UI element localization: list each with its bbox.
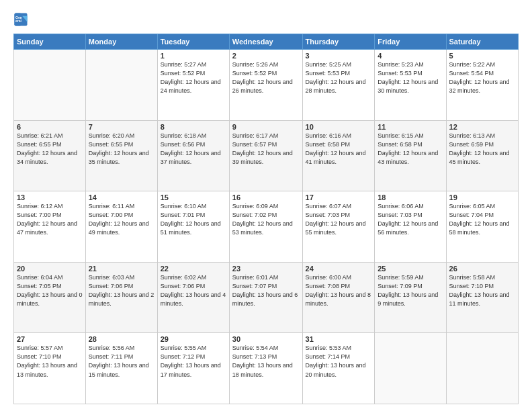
day-info: Sunrise: 5:58 AM Sunset: 7:10 PM Dayligh… — [449, 273, 515, 308]
day-cell — [375, 333, 446, 404]
header-day-thursday: Thursday — [302, 34, 375, 50]
day-number: 25 — [378, 265, 443, 273]
week-row-4: 20Sunrise: 6:04 AM Sunset: 7:05 PM Dayli… — [14, 262, 519, 333]
day-cell — [85, 50, 157, 121]
day-cell — [446, 333, 518, 404]
day-cell: 30Sunrise: 5:54 AM Sunset: 7:13 PM Dayli… — [229, 333, 302, 404]
day-cell: 29Sunrise: 5:55 AM Sunset: 7:12 PM Dayli… — [157, 333, 229, 404]
day-info: Sunrise: 6:16 AM Sunset: 6:58 PM Dayligh… — [306, 132, 372, 167]
header-day-friday: Friday — [375, 34, 446, 50]
day-info: Sunrise: 5:22 AM Sunset: 5:54 PM Dayligh… — [449, 60, 515, 95]
day-info: Sunrise: 5:26 AM Sunset: 5:52 PM Dayligh… — [232, 60, 300, 95]
day-number: 29 — [161, 335, 226, 343]
header-row: SundayMondayTuesdayWednesdayThursdayFrid… — [14, 34, 519, 50]
day-number: 4 — [378, 52, 443, 60]
header-day-sunday: Sunday — [14, 34, 86, 50]
calendar-table: SundayMondayTuesdayWednesdayThursdayFrid… — [13, 34, 519, 404]
day-info: Sunrise: 6:21 AM Sunset: 6:55 PM Dayligh… — [17, 132, 83, 167]
day-number: 22 — [161, 265, 226, 273]
day-info: Sunrise: 6:13 AM Sunset: 6:59 PM Dayligh… — [449, 132, 515, 167]
day-info: Sunrise: 6:07 AM Sunset: 7:03 PM Dayligh… — [306, 202, 372, 237]
day-number: 24 — [306, 265, 372, 273]
day-cell: 24Sunrise: 6:00 AM Sunset: 7:08 PM Dayli… — [302, 262, 375, 333]
day-cell: 14Sunrise: 6:11 AM Sunset: 7:00 PM Dayli… — [85, 191, 157, 263]
day-cell: 2Sunrise: 5:26 AM Sunset: 5:52 PM Daylig… — [229, 50, 302, 121]
day-cell: 10Sunrise: 6:16 AM Sunset: 6:58 PM Dayli… — [302, 120, 375, 191]
svg-text:eral: eral — [15, 19, 22, 23]
day-cell: 20Sunrise: 6:04 AM Sunset: 7:05 PM Dayli… — [14, 262, 86, 333]
day-cell: 18Sunrise: 6:06 AM Sunset: 7:03 PM Dayli… — [375, 191, 446, 263]
day-number: 15 — [161, 193, 226, 201]
header-day-saturday: Saturday — [446, 34, 518, 50]
day-cell: 17Sunrise: 6:07 AM Sunset: 7:03 PM Dayli… — [302, 191, 375, 263]
day-cell: 7Sunrise: 6:20 AM Sunset: 6:55 PM Daylig… — [85, 120, 157, 191]
day-cell: 13Sunrise: 6:12 AM Sunset: 7:00 PM Dayli… — [14, 191, 86, 263]
day-cell: 1Sunrise: 5:27 AM Sunset: 5:52 PM Daylig… — [157, 50, 229, 121]
day-info: Sunrise: 6:11 AM Sunset: 7:00 PM Dayligh… — [89, 202, 154, 237]
day-number: 13 — [17, 193, 83, 201]
day-number: 7 — [89, 123, 154, 131]
day-info: Sunrise: 5:56 AM Sunset: 7:11 PM Dayligh… — [89, 344, 154, 379]
day-number: 20 — [17, 265, 83, 273]
day-number: 16 — [232, 193, 300, 201]
logo: Gen eral — [13, 12, 31, 27]
day-number: 30 — [232, 335, 300, 343]
day-info: Sunrise: 5:53 AM Sunset: 7:14 PM Dayligh… — [306, 344, 372, 379]
day-cell: 3Sunrise: 5:25 AM Sunset: 5:53 PM Daylig… — [302, 50, 375, 121]
day-cell: 12Sunrise: 6:13 AM Sunset: 6:59 PM Dayli… — [446, 120, 518, 191]
calendar-header: SundayMondayTuesdayWednesdayThursdayFrid… — [14, 34, 519, 50]
day-number: 23 — [232, 265, 300, 273]
week-row-3: 13Sunrise: 6:12 AM Sunset: 7:00 PM Dayli… — [14, 191, 519, 263]
day-info: Sunrise: 5:57 AM Sunset: 7:10 PM Dayligh… — [17, 344, 83, 379]
day-info: Sunrise: 6:15 AM Sunset: 6:58 PM Dayligh… — [378, 132, 443, 167]
day-number: 6 — [17, 123, 83, 131]
header-day-wednesday: Wednesday — [229, 34, 302, 50]
header-day-monday: Monday — [85, 34, 157, 50]
day-number: 26 — [449, 265, 515, 273]
week-row-1: 1Sunrise: 5:27 AM Sunset: 5:52 PM Daylig… — [14, 50, 519, 121]
day-cell: 21Sunrise: 6:03 AM Sunset: 7:06 PM Dayli… — [85, 262, 157, 333]
day-number: 17 — [306, 193, 372, 201]
day-cell: 8Sunrise: 6:18 AM Sunset: 6:56 PM Daylig… — [157, 120, 229, 191]
day-number: 10 — [306, 123, 372, 131]
day-cell: 23Sunrise: 6:01 AM Sunset: 7:07 PM Dayli… — [229, 262, 302, 333]
day-number: 28 — [89, 335, 154, 343]
calendar-body: 1Sunrise: 5:27 AM Sunset: 5:52 PM Daylig… — [14, 50, 519, 404]
day-number: 8 — [161, 123, 226, 131]
day-info: Sunrise: 6:12 AM Sunset: 7:00 PM Dayligh… — [17, 202, 83, 237]
day-cell: 26Sunrise: 5:58 AM Sunset: 7:10 PM Dayli… — [446, 262, 518, 333]
day-number: 27 — [17, 335, 83, 343]
day-info: Sunrise: 5:54 AM Sunset: 7:13 PM Dayligh… — [232, 344, 300, 379]
day-info: Sunrise: 5:55 AM Sunset: 7:12 PM Dayligh… — [161, 344, 226, 379]
day-info: Sunrise: 6:04 AM Sunset: 7:05 PM Dayligh… — [17, 273, 83, 308]
day-cell — [14, 50, 86, 121]
day-info: Sunrise: 6:00 AM Sunset: 7:08 PM Dayligh… — [306, 273, 372, 308]
day-cell: 5Sunrise: 5:22 AM Sunset: 5:54 PM Daylig… — [446, 50, 518, 121]
svg-text:Gen: Gen — [15, 15, 22, 19]
day-number: 1 — [161, 52, 226, 60]
day-cell: 15Sunrise: 6:10 AM Sunset: 7:01 PM Dayli… — [157, 191, 229, 263]
day-info: Sunrise: 6:05 AM Sunset: 7:04 PM Dayligh… — [449, 202, 515, 237]
day-number: 19 — [449, 193, 515, 201]
day-info: Sunrise: 6:03 AM Sunset: 7:06 PM Dayligh… — [89, 273, 154, 308]
day-cell: 25Sunrise: 5:59 AM Sunset: 7:09 PM Dayli… — [375, 262, 446, 333]
day-info: Sunrise: 6:17 AM Sunset: 6:57 PM Dayligh… — [232, 132, 300, 167]
day-number: 11 — [378, 123, 443, 131]
day-info: Sunrise: 5:23 AM Sunset: 5:53 PM Dayligh… — [378, 60, 443, 95]
day-cell: 28Sunrise: 5:56 AM Sunset: 7:11 PM Dayli… — [85, 333, 157, 404]
day-number: 9 — [232, 123, 300, 131]
day-number: 12 — [449, 123, 515, 131]
day-cell: 9Sunrise: 6:17 AM Sunset: 6:57 PM Daylig… — [229, 120, 302, 191]
header: Gen eral — [13, 12, 519, 27]
day-cell: 27Sunrise: 5:57 AM Sunset: 7:10 PM Dayli… — [14, 333, 86, 404]
day-number: 18 — [378, 193, 443, 201]
day-cell: 6Sunrise: 6:21 AM Sunset: 6:55 PM Daylig… — [14, 120, 86, 191]
week-row-2: 6Sunrise: 6:21 AM Sunset: 6:55 PM Daylig… — [14, 120, 519, 191]
day-cell: 22Sunrise: 6:02 AM Sunset: 7:06 PM Dayli… — [157, 262, 229, 333]
week-row-5: 27Sunrise: 5:57 AM Sunset: 7:10 PM Dayli… — [14, 333, 519, 404]
day-info: Sunrise: 6:10 AM Sunset: 7:01 PM Dayligh… — [161, 202, 226, 237]
day-cell: 19Sunrise: 6:05 AM Sunset: 7:04 PM Dayli… — [446, 191, 518, 263]
day-cell: 31Sunrise: 5:53 AM Sunset: 7:14 PM Dayli… — [302, 333, 375, 404]
day-number: 3 — [306, 52, 372, 60]
day-info: Sunrise: 6:02 AM Sunset: 7:06 PM Dayligh… — [161, 273, 226, 308]
